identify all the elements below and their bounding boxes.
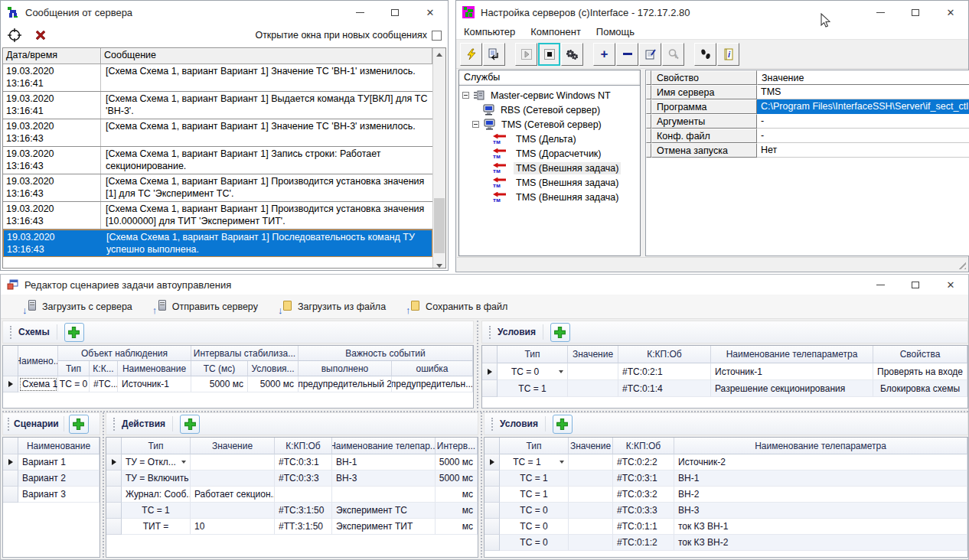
action-row[interactable]: ТУ = Включить #ТС:0:3:3 ВН-3 5000 мс — [106, 470, 478, 487]
property-row[interactable]: Аргументы - — [646, 114, 969, 129]
condition-row[interactable]: ТС = 0 #ТС:0:1:2 ток КЗ ВН-2 — [484, 535, 967, 551]
condition-row[interactable]: ТС = 0 #ТС:0:3:3 ВН-3 — [484, 503, 967, 519]
minimize-button[interactable] — [342, 1, 377, 24]
remove-server-button[interactable] — [616, 43, 638, 66]
column-header[interactable]: Значение — [569, 438, 613, 454]
maximize-button[interactable] — [377, 1, 413, 24]
add-server-button[interactable]: + — [593, 43, 615, 66]
add-condition-button[interactable] — [550, 323, 570, 342]
panel-splitter[interactable] — [474, 321, 481, 409]
resize-grip[interactable] — [956, 259, 966, 269]
export-config-button[interactable] — [483, 43, 505, 66]
collapse-icon[interactable] — [472, 121, 479, 128]
menu-computer[interactable]: Компьютер — [456, 24, 523, 39]
journal-button[interactable]: i — [717, 43, 739, 66]
message-row[interactable]: 19.03.202013:16:43 [Схема Схема 1, вариа… — [3, 202, 432, 230]
column-header[interactable]: Интерв... — [436, 438, 478, 454]
add-condition-button[interactable] — [553, 415, 573, 434]
column-header[interactable]: Условия... — [248, 361, 299, 376]
column-header-datetime[interactable]: Дата/время — [3, 48, 101, 64]
maximize-button[interactable] — [898, 275, 933, 295]
condition-row[interactable]: ТС = 1 #ТС:0:1:4 Разрешение секционирова… — [482, 380, 967, 397]
column-header[interactable]: Наименование телепараметра — [674, 438, 967, 454]
load-from-server-button[interactable]: ↓ Загрузить с сервера — [16, 297, 139, 316]
load-from-file-button[interactable]: ↓ Загрузить из файла — [272, 297, 392, 316]
column-header[interactable]: Тип — [122, 438, 191, 454]
column-header-value[interactable]: Значение — [757, 70, 969, 85]
dropdown-icon[interactable] — [560, 461, 564, 464]
action-row[interactable]: ТС = 1 #ТС:3:1:50 Эксперимент ТС мс — [106, 503, 478, 519]
message-row-selected[interactable]: 19.03.202013:16:43 [Схема Схема 1, вариа… — [3, 230, 432, 257]
scheme-row[interactable]: Схема 1 ТС = 0 #ТС... Источник-1 5000 мс… — [3, 376, 473, 392]
property-row[interactable]: Отмена запуска Нет — [646, 143, 969, 158]
add-scheme-button[interactable] — [64, 323, 84, 342]
tree-item-tms-external-1[interactable]: тм TMS (Внешняя задача) — [459, 161, 640, 175]
collapse-icon[interactable] — [462, 92, 469, 99]
message-row[interactable]: 19.03.202013:16:43 [Схема Схема 1, вариа… — [3, 147, 432, 174]
column-header[interactable]: Наименование — [18, 438, 100, 454]
column-header[interactable]: ошибка — [392, 361, 473, 376]
condition-row[interactable]: ТС = 0 #ТС:0:1:1 ток КЗ ВН-1 — [484, 519, 967, 535]
tree-item-tms-external-3[interactable]: тм TMS (Внешняя задача) — [459, 190, 640, 204]
panel-splitter[interactable] — [478, 412, 484, 558]
tree-item-tms-calc[interactable]: тм TMS (Дорасчетчик) — [459, 146, 640, 161]
menu-component[interactable]: Компонент — [523, 24, 589, 39]
drag-grip-icon[interactable] — [113, 418, 115, 431]
tree-item-tms[interactable]: TMS (Сетевой сервер) — [459, 117, 640, 132]
column-header[interactable]: К:К... — [90, 361, 118, 376]
menu-help[interactable]: Помощь — [589, 24, 642, 39]
column-header[interactable]: Наименование — [118, 361, 191, 376]
scroll-down-icon[interactable] — [433, 255, 445, 268]
tree-item-rbs[interactable]: RBS (Сетевой сервер) — [459, 103, 640, 117]
column-group-header[interactable]: Объект наблюдения — [58, 346, 191, 361]
condition-row[interactable]: ТС = 1 #ТС:0:3:2 ВН-2 — [484, 487, 967, 503]
dropdown-icon[interactable] — [181, 461, 186, 464]
property-row[interactable]: Конф. файл - — [646, 129, 969, 143]
property-row[interactable]: Имя сервера TMS — [646, 85, 969, 99]
action-row[interactable]: Журнал: Сооб... Работает секцион... мс — [106, 487, 478, 503]
condition-row[interactable]: ТС = 1 #ТС:0:3:1 ВН-1 — [484, 470, 967, 487]
scenario-row[interactable]: Вариант 2 — [3, 470, 100, 487]
close-button[interactable]: ✕ — [933, 1, 968, 24]
drag-grip-icon[interactable] — [491, 418, 493, 431]
minimize-button[interactable] — [863, 1, 898, 24]
trace-button[interactable] — [694, 43, 716, 66]
message-row[interactable]: 19.03.202013:16:43 [Схема Схема 1, вариа… — [3, 119, 432, 147]
panel-splitter[interactable] — [100, 412, 106, 558]
properties-button[interactable] — [639, 43, 661, 66]
column-header[interactable]: Тип — [500, 438, 569, 454]
condition-row[interactable]: ТС = 1 #ТС:0:2:2 Источник-2 — [484, 454, 967, 470]
send-to-server-button[interactable]: ↑ Отправить серверу — [146, 297, 264, 316]
column-group-header[interactable]: Важность событий — [299, 346, 473, 361]
message-row[interactable]: 19.03.202013:16:41 [Схема Схема 1, вариа… — [3, 64, 432, 92]
add-action-button[interactable] — [180, 415, 200, 434]
dropdown-icon[interactable] — [559, 370, 563, 373]
tree-item-tms-external-2[interactable]: тм TMS (Внешняя задача) — [459, 175, 640, 190]
property-row-selected[interactable]: Программа C:\Program Files\InterfaceSSH\… — [646, 99, 969, 114]
column-group-header[interactable]: Интервалы стабилиза... — [191, 346, 299, 361]
tree-item-tms-delta[interactable]: тм TMS (Дельта) — [459, 132, 640, 146]
close-button[interactable]: ✕ — [933, 275, 968, 295]
maximize-button[interactable] — [898, 1, 933, 24]
save-to-file-button[interactable]: ↑ Сохранить в файл — [400, 297, 514, 316]
action-row[interactable]: ТУ = Откл... #ТС:0:3:1 ВН-1 5000 мс — [106, 454, 478, 470]
add-scenario-button[interactable] — [69, 415, 89, 434]
start-server-button[interactable] — [515, 43, 537, 66]
scenario-row[interactable]: Вариант 1 — [3, 454, 100, 470]
column-header-property[interactable]: Свойство — [651, 70, 757, 85]
drag-grip-icon[interactable] — [489, 326, 491, 339]
column-header[interactable]: Тип — [498, 346, 568, 363]
minimize-button[interactable] — [863, 275, 898, 295]
column-header-message[interactable]: Сообщение — [101, 48, 432, 64]
column-header[interactable]: Наименование телепараметра — [711, 346, 873, 363]
search-button[interactable]: ? — [662, 43, 684, 66]
messages-scrollbar[interactable] — [432, 48, 445, 268]
connect-button[interactable] — [460, 43, 482, 66]
stop-server-button[interactable] — [538, 43, 560, 66]
scrollbar-thumb[interactable] — [434, 198, 445, 253]
condition-row[interactable]: ТС = 0 #ТС:0:2:1 Источник-1 Проверять на… — [482, 363, 967, 380]
column-header[interactable]: К:КП:Об — [613, 438, 674, 454]
column-header[interactable]: Наименование телепар... — [332, 438, 436, 454]
column-header[interactable]: Тип — [58, 361, 90, 376]
column-header[interactable]: Значение — [191, 438, 275, 454]
